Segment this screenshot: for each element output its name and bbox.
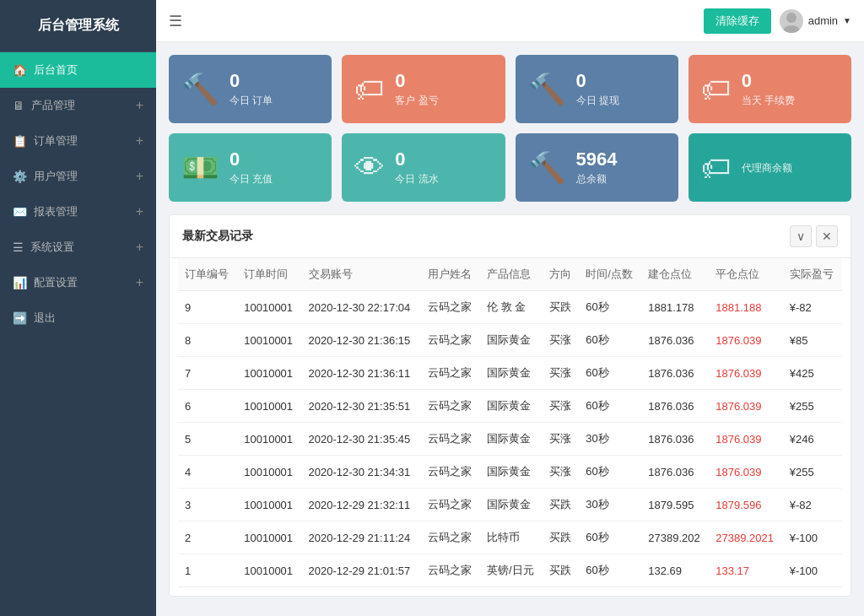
sidebar-item-order[interactable]: 📋 订单管理 + xyxy=(0,123,156,159)
cell-order-id: 3 xyxy=(178,489,237,521)
table-actions: ∨ ✕ xyxy=(790,225,838,247)
money-icon: 💵 xyxy=(181,150,219,186)
sidebar-item-report[interactable]: ✉️ 报表管理 + xyxy=(0,194,156,230)
admin-menu[interactable]: admin ▼ xyxy=(780,9,851,33)
cell-username: 云码之家 xyxy=(421,291,480,324)
expand-icon: + xyxy=(136,169,143,184)
cell-order-id: 4 xyxy=(178,456,237,489)
cell-pnl: ¥85 xyxy=(783,324,842,357)
expand-icon: + xyxy=(136,275,143,290)
cell-open: 1876.036 xyxy=(641,357,709,390)
transactions-table: 订单编号 订单时间 交易账号 用户姓名 产品信息 方向 时间/点数 建仓点位 平… xyxy=(178,258,842,587)
cell-pnl: ¥255 xyxy=(783,390,842,423)
cell-account: 2020-12-30 21:35:45 xyxy=(302,423,421,456)
stat-value: 0 xyxy=(576,70,619,92)
stat-value: 0 xyxy=(742,70,795,92)
cell-username: 云码之家 xyxy=(421,554,480,587)
collapse-button[interactable]: ∨ xyxy=(790,225,812,247)
cell-pnl: ¥246 xyxy=(783,423,842,456)
cell-duration: 60秒 xyxy=(579,456,641,489)
cell-open: 1876.036 xyxy=(641,456,709,489)
cell-direction: 买跌 xyxy=(543,521,579,554)
cell-product: 比特币 xyxy=(480,521,543,554)
sidebar-item-label: 退出 xyxy=(34,311,56,326)
sidebar-item-home[interactable]: 🏠 后台首页 xyxy=(0,52,156,88)
logout-icon: ➡️ xyxy=(13,311,27,325)
table-row: 2 10010001 2020-12-29 21:11:24 云码之家 比特币 … xyxy=(178,521,842,554)
table-row: 7 10010001 2020-12-30 21:36:11 云码之家 国际黄金… xyxy=(178,357,842,390)
clear-cache-button[interactable]: 清除缓存 xyxy=(704,8,771,34)
cell-order-time: 10010001 xyxy=(237,324,301,357)
cell-pnl: ¥-100 xyxy=(783,521,842,554)
hammer-icon: 🔨 xyxy=(181,72,219,107)
stat-label: 今日 流水 xyxy=(395,172,438,186)
stat-value: 0 xyxy=(230,149,273,170)
cell-account: 2020-12-29 21:11:24 xyxy=(302,521,421,554)
stat-label: 今日 充值 xyxy=(230,172,273,186)
close-button[interactable]: ✕ xyxy=(816,225,838,247)
cell-order-id: 8 xyxy=(178,324,237,357)
cell-duration: 60秒 xyxy=(579,324,641,357)
col-open: 建仓点位 xyxy=(641,258,709,291)
sidebar-item-config[interactable]: 📊 配置设置 + xyxy=(0,265,156,300)
sidebar-item-label: 配置设置 xyxy=(34,275,78,290)
cell-duration: 30秒 xyxy=(579,423,641,456)
sidebar: 后台管理系统 🏠 后台首页 🖥 产品管理 + 📋 订单管理 + ⚙️ 用户管理 … xyxy=(0,0,156,616)
sidebar-item-user[interactable]: ⚙️ 用户管理 + xyxy=(0,159,156,194)
user-icon: ⚙️ xyxy=(13,170,27,183)
col-order-id: 订单编号 xyxy=(178,258,237,291)
stat-card-agent: 🏷 代理商余额 xyxy=(688,133,851,202)
tag-icon: 🏷 xyxy=(354,72,385,107)
cell-duration: 30秒 xyxy=(579,489,641,521)
col-product: 产品信息 xyxy=(480,258,543,291)
cell-order-id: 5 xyxy=(178,423,237,456)
avatar xyxy=(780,9,803,33)
stat-value: 0 xyxy=(395,149,438,170)
table-body: 9 10010001 2020-12-30 22:17:04 云码之家 伦 敦 … xyxy=(178,291,842,587)
hamburger-icon[interactable]: ☰ xyxy=(169,12,182,30)
cell-close: 1876.039 xyxy=(709,423,782,456)
cell-product: 国际黄金 xyxy=(480,489,543,521)
sidebar-item-label: 产品管理 xyxy=(31,98,75,113)
cell-account: 2020-12-29 21:32:11 xyxy=(302,489,421,521)
table-row: 6 10010001 2020-12-30 21:35:51 云码之家 国际黄金… xyxy=(178,390,842,423)
stat-label: 今日 提现 xyxy=(576,94,619,108)
col-close: 平仓点位 xyxy=(709,258,782,291)
sidebar-item-logout[interactable]: ➡️ 退出 xyxy=(0,300,156,336)
home-icon: 🏠 xyxy=(13,63,27,77)
cell-order-id: 6 xyxy=(178,390,237,423)
config-icon: 📊 xyxy=(13,276,27,289)
cell-product: 国际黄金 xyxy=(480,390,543,423)
stat-card-flow: 👁 0 今日 流水 xyxy=(342,133,505,202)
cell-pnl: ¥-82 xyxy=(783,489,842,521)
cell-direction: 买跌 xyxy=(543,554,579,587)
cell-close: 27389.2021 xyxy=(709,521,782,554)
col-duration: 时间/点数 xyxy=(579,258,641,291)
report-icon: ✉️ xyxy=(13,205,27,219)
cell-open: 1876.036 xyxy=(641,324,709,357)
cell-pnl: ¥425 xyxy=(783,357,842,390)
stat-label: 客户 盈亏 xyxy=(395,94,438,108)
sidebar-item-system[interactable]: ☰ 系统设置 + xyxy=(0,230,156,265)
eye-icon: 👁 xyxy=(354,150,385,186)
hammer2-icon: 🔨 xyxy=(528,72,566,107)
cell-direction: 买涨 xyxy=(543,423,579,456)
cell-account: 2020-12-29 21:01:57 xyxy=(302,554,421,587)
cell-order-id: 9 xyxy=(178,291,237,324)
stat-card-fee: 🏷 0 当天 手续费 xyxy=(688,55,851,123)
stat-label: 代理商余额 xyxy=(742,161,792,176)
stat-label: 总余额 xyxy=(576,172,618,186)
cell-duration: 60秒 xyxy=(579,357,641,390)
cell-order-time: 10010001 xyxy=(237,423,301,456)
cell-account: 2020-12-30 21:35:51 xyxy=(302,390,421,423)
stat-card-pnl: 🏷 0 客户 盈亏 xyxy=(342,55,505,123)
cell-close: 1876.039 xyxy=(709,324,782,357)
sidebar-item-label: 报表管理 xyxy=(34,204,78,219)
sidebar-item-label: 订单管理 xyxy=(34,133,78,149)
cell-product: 国际黄金 xyxy=(480,357,543,390)
cell-close: 1876.039 xyxy=(709,456,782,489)
cell-account: 2020-12-30 21:36:11 xyxy=(302,357,421,390)
cell-order-time: 10010001 xyxy=(237,357,301,390)
sidebar-item-product[interactable]: 🖥 产品管理 + xyxy=(0,88,156,123)
cell-username: 云码之家 xyxy=(421,456,480,489)
